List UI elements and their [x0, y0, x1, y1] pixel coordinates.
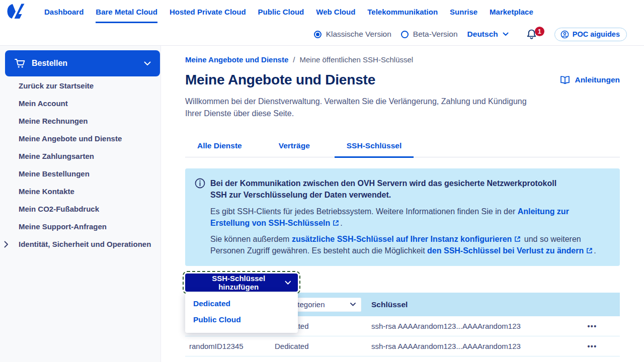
- language-selector[interactable]: Deutsch: [467, 30, 509, 39]
- sidebar-item-mein-co2-fussabdruck[interactable]: Mein CO2-Fußabdruck: [0, 200, 160, 218]
- nav-item-public-cloud[interactable]: Public Cloud: [258, 0, 304, 23]
- radio-selected-icon: [314, 31, 321, 38]
- change-ssh-key-link[interactable]: den SSH-Schlüssel bei Verlust zu ändern: [427, 246, 584, 255]
- add-ssh-key-button-label: SSH-Schlüssel hinzufügen: [192, 274, 285, 291]
- ssh-key-category: Dedicated: [275, 342, 371, 350]
- sidebar-item-mein-account[interactable]: Mein Account: [0, 95, 160, 112]
- ssh-info-banner: Bei der Kommunikation zwischen den OVH S…: [185, 168, 620, 266]
- tab-vertraege[interactable]: Verträge: [267, 141, 322, 157]
- nav-item-bare-metal-cloud[interactable]: Bare Metal Cloud: [96, 0, 157, 23]
- info-icon: [195, 178, 205, 256]
- order-button[interactable]: Bestellen: [5, 50, 160, 76]
- nav-item-sunrise[interactable]: Sunrise: [450, 0, 477, 23]
- page-title: Meine Angebote und Dienste: [185, 72, 375, 88]
- ssh-key-value: ssh-rsa AAAArandom123...AAAArandom123: [371, 342, 574, 350]
- menu-item-public-cloud[interactable]: Public Cloud: [185, 312, 298, 328]
- sidebar-item-identitaet-sicherheit-operationen[interactable]: Identität, Sicherheit und Operationen: [0, 235, 160, 253]
- sidebar-item-meine-angebote-und-dienste[interactable]: Meine Angebote und Dienste: [0, 130, 160, 147]
- breadcrumb-separator: /: [293, 55, 295, 64]
- key-column-header: Schlüssel: [371, 300, 574, 309]
- account-button[interactable]: POC aiguides: [554, 28, 627, 41]
- row-actions-button[interactable]: •••: [587, 322, 597, 330]
- chevron-down-icon: [503, 32, 509, 36]
- ssh-key-name: randomID12345: [185, 342, 275, 350]
- beta-version-radio[interactable]: Beta-Version: [401, 30, 458, 39]
- breadcrumb-current: Meine öffentlichen SSH-Schlüssel: [299, 55, 413, 64]
- chevron-down-icon: [285, 281, 291, 285]
- main-content: Meine Angebote und Dienste / Meine öffen…: [161, 46, 644, 362]
- row-actions-button[interactable]: •••: [587, 342, 597, 350]
- tab-alle-dienste[interactable]: Alle Dienste: [185, 141, 254, 157]
- nav-item-web-cloud[interactable]: Web Cloud: [316, 0, 355, 23]
- guides-link[interactable]: Anleitungen: [560, 75, 620, 84]
- account-label: POC aiguides: [573, 30, 620, 38]
- external-link-icon: [586, 247, 593, 254]
- table-row: randomID12345 Dedicated ssh-rsa AAAArand…: [185, 336, 620, 356]
- menu-item-dedicated[interactable]: Dedicated: [185, 296, 298, 312]
- configure-ssh-keys-link[interactable]: zusätzliche SSH-Schlüssel auf Ihrer Inst…: [292, 235, 512, 243]
- order-button-label: Bestellen: [32, 59, 67, 68]
- add-ssh-key-dropdown-menu: Dedicated Public Cloud: [185, 293, 298, 333]
- primary-nav: Dashboard Bare Metal Cloud Hosted Privat…: [44, 0, 545, 23]
- external-link-icon: [514, 236, 521, 242]
- guides-link-label: Anleitungen: [575, 75, 620, 84]
- info-text: .: [340, 219, 342, 227]
- radio-unselected-icon: [401, 31, 409, 38]
- info-paragraph-clients: Es gibt SSH-Clients für jedes Betriebssy…: [210, 206, 609, 229]
- tab-bar: Alle Dienste Verträge SSH-Schlüssel: [185, 141, 620, 157]
- external-link-icon: [333, 220, 339, 226]
- breadcrumb-parent-link[interactable]: Meine Angebote und Dienste: [185, 55, 288, 64]
- sidebar-item-meine-support-anfragen[interactable]: Meine Support-Anfragen: [0, 218, 160, 235]
- nav-item-hosted-private-cloud[interactable]: Hosted Private Cloud: [170, 0, 246, 23]
- notifications-button[interactable]: 1: [526, 28, 537, 40]
- info-text: Sie können außerdem: [210, 235, 292, 243]
- sidebar-item-meine-kontakte[interactable]: Meine Kontakte: [0, 183, 160, 200]
- notification-count-badge: 1: [535, 27, 544, 36]
- add-ssh-key-button[interactable]: SSH-Schlüssel hinzufügen: [185, 274, 298, 292]
- sidebar-menu: Zurück zur Startseite Mein Account Meine…: [0, 77, 160, 253]
- sidebar-item-zurueck-zur-startseite[interactable]: Zurück zur Startseite: [0, 77, 160, 95]
- info-paragraph-instance: Sie können außerdem zusätzliche SSH-Schl…: [210, 233, 597, 256]
- nav-item-telekommunikation[interactable]: Telekommunikation: [367, 0, 438, 23]
- cart-icon: [15, 58, 25, 68]
- sidebar-item-meine-rechnungen[interactable]: Meine Rechnungen: [0, 112, 160, 130]
- ovh-logo[interactable]: [6, 3, 28, 20]
- book-icon: [560, 76, 570, 84]
- chevron-down-icon: [144, 61, 151, 66]
- tab-ssh-schluessel[interactable]: SSH-Schlüssel: [335, 141, 414, 157]
- sidebar-item-meine-bestellungen[interactable]: Meine Bestellungen: [0, 165, 160, 183]
- nav-item-marketplace[interactable]: Marketplace: [490, 0, 533, 23]
- chevron-right-icon: [0, 241, 19, 248]
- info-text: Es gibt SSH-Clients für jedes Betriebssy…: [210, 207, 518, 216]
- info-paragraph-bold: Bei der Kommunikation zwischen den OVH S…: [210, 177, 562, 201]
- page-description: Willkommen bei der Dienstverwaltung. Ver…: [185, 96, 532, 120]
- breadcrumb: Meine Angebote und Dienste / Meine öffen…: [185, 55, 620, 64]
- language-value: Deutsch: [467, 30, 498, 39]
- user-icon: [560, 30, 569, 39]
- classic-version-label: Klassische Version: [326, 30, 391, 39]
- nav-item-dashboard[interactable]: Dashboard: [44, 0, 84, 23]
- info-text: .: [594, 246, 596, 255]
- top-navigation-bar: Dashboard Bare Metal Cloud Hosted Privat…: [0, 0, 644, 23]
- chevron-down-icon: [350, 303, 356, 306]
- sidebar: Bestellen Zurück zur Startseite Mein Acc…: [0, 46, 161, 362]
- sidebar-item-meine-zahlungsarten[interactable]: Meine Zahlungsarten: [0, 147, 160, 165]
- sidebar-item-label: Identität, Sicherheit und Operationen: [19, 235, 151, 253]
- classic-version-radio[interactable]: Klassische Version: [314, 30, 391, 39]
- ssh-key-value: ssh-rsa AAAArandom123...AAAArandom123: [371, 322, 574, 330]
- beta-version-label: Beta-Version: [413, 30, 458, 39]
- secondary-header-bar: Klassische Version Beta-Version Deutsch …: [0, 23, 644, 46]
